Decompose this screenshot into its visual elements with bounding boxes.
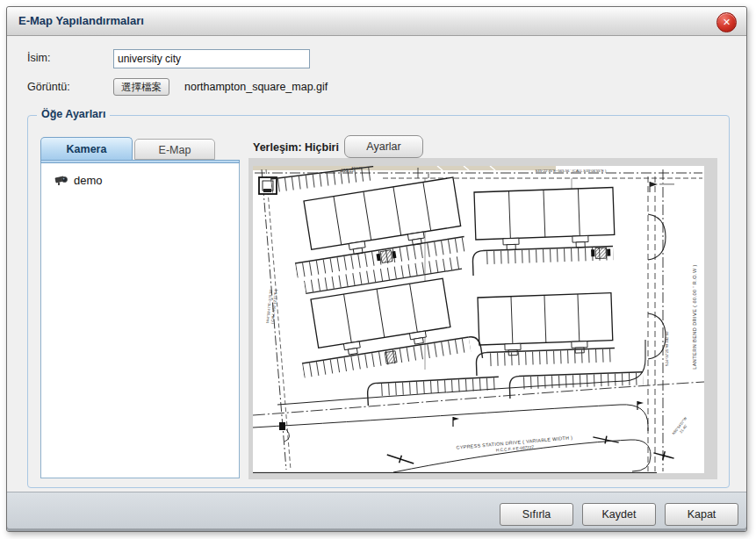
file-name-text: northampton_square_map.gif (184, 81, 328, 93)
survey-cross-2 (592, 433, 619, 446)
svg-text:LANTERN BEND DRIVE ( 60.00 ' R: LANTERN BEND DRIVE ( 60.00 ' R.O.W ) (692, 264, 697, 370)
tab-emap-label: E-Map (159, 144, 191, 156)
image-label: Görüntü: (27, 81, 70, 93)
tab-emap[interactable]: E-Map (134, 139, 215, 160)
map-label-left-bearing: N44°59'47"E~375.38' ( CALL N52°12'27"E ) (265, 288, 278, 324)
tab-kamera[interactable]: Kamera (40, 137, 133, 160)
item-settings-group: Öğe Ayarları Kamera E-Map demo (27, 115, 730, 488)
tree-item-demo-label: demo (74, 174, 103, 187)
building-cluster-ne (474, 187, 615, 250)
name-label: İsim: (27, 52, 50, 64)
building-cluster-se (478, 293, 613, 356)
close-icon: ✕ (723, 17, 731, 27)
map-top-band: ANGEL (253, 166, 556, 170)
site-plan-image: ANGEL 150.15' S35°22'35"E~565.56 ' (CALL… (253, 166, 704, 473)
settings-button[interactable]: Ayarlar (344, 135, 423, 158)
parking-row-bottom-b (509, 372, 644, 399)
screen: E-Map Yapılandırmaları ✕ İsim: Görüntü: … (0, 0, 756, 539)
map-east-road (648, 169, 666, 471)
map-label-right-bearing: S24°37'25"W 392.60' (665, 331, 669, 367)
parking-row-mid-right-upper (472, 246, 614, 276)
survey-flag (650, 182, 658, 187)
choose-file-button[interactable]: 選擇檔案 (113, 78, 169, 96)
dialog-titlebar[interactable]: E-Map Yapılandırmaları ✕ (7, 7, 746, 36)
site-plan-drawing: ANGEL 150.15' S35°22'35"E~565.56 ' (CALL… (253, 166, 704, 473)
flag-note (659, 183, 674, 185)
parking-row-top-left (270, 167, 375, 193)
parking-row-low-right (476, 348, 616, 375)
survey-cross-3 (652, 449, 675, 463)
map-label-top-bearing: S35°22'35"E~565.56 ' (CALL S33°06'55"E ) (536, 169, 607, 173)
survey-cross-1 (385, 451, 414, 467)
item-settings-legend: Öğe Ayarları (37, 108, 110, 120)
reset-button[interactable]: Sıfırla (500, 503, 573, 526)
map-panel[interactable]: ANGEL 150.15' S35°22'35"E~565.56 ' (CALL… (248, 158, 717, 479)
tab-kamera-label: Kamera (67, 143, 107, 155)
svg-text:S24°37'25"W 392.60': S24°37'25"W 392.60' (665, 331, 669, 367)
tree-item-demo[interactable]: demo (54, 174, 103, 187)
map-label-street: CYPRESS STATION DRIVE ( VARIABLE WIDTH )… (456, 435, 573, 456)
name-input[interactable] (113, 49, 310, 68)
save-button[interactable]: Kaydet (582, 503, 656, 526)
access-drive (253, 340, 704, 472)
map-label-corner: N50°54'07"W 21.40' (671, 416, 691, 439)
gate-structure (279, 422, 285, 430)
map-label-right-road: LANTERN BEND DRIVE ( 60.00 ' R.O.W ) (692, 264, 697, 370)
layout-status: Yerleşim: Hiçbiri (253, 141, 339, 154)
camera-icon (54, 175, 68, 186)
dialog-title: E-Map Yapılandırmaları (18, 14, 144, 27)
close-dialog-button[interactable]: Kapat (665, 503, 738, 526)
drive-marker-1 (453, 417, 459, 427)
emap-config-dialog: E-Map Yapılandırmaları ✕ İsim: Görüntü: … (6, 6, 747, 532)
dialog-footer: Sıfırla Kaydet Kapat (7, 492, 746, 531)
camera-tree-panel[interactable]: demo (40, 162, 240, 478)
close-button[interactable]: ✕ (716, 12, 737, 32)
